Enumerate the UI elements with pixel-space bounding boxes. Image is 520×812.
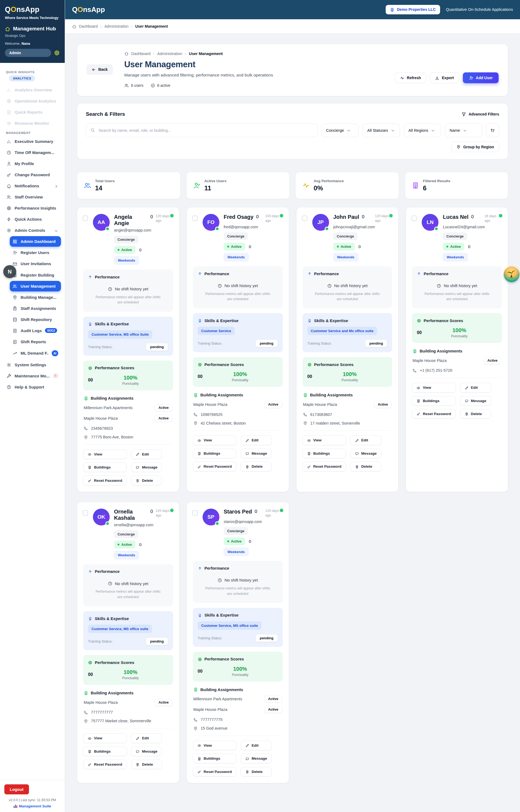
view-button[interactable]: View bbox=[83, 733, 127, 743]
view-button[interactable]: View bbox=[412, 383, 456, 392]
sidebar-item-time-off-managem[interactable]: Time Off Managem... bbox=[4, 147, 61, 158]
delete-button[interactable]: Delete bbox=[131, 760, 162, 769]
org-switcher-button[interactable]: Demo Properties LLC bbox=[386, 5, 440, 15]
island-sticker[interactable] bbox=[504, 267, 519, 282]
view-button[interactable]: View bbox=[193, 741, 236, 750]
edit-button[interactable]: Edit bbox=[241, 741, 271, 750]
select-user-checkbox[interactable] bbox=[192, 510, 198, 516]
sidebar-item-maintenance-mo[interactable]: Maintenance Mo...! bbox=[4, 371, 61, 381]
delete-button[interactable]: Delete bbox=[460, 409, 491, 419]
message-button[interactable]: Message bbox=[241, 754, 271, 763]
message-button[interactable]: Message bbox=[350, 449, 381, 458]
avatar-status-dot bbox=[215, 227, 219, 231]
reset-password-button[interactable]: Reset Password bbox=[83, 760, 127, 769]
select-user-checkbox[interactable] bbox=[83, 216, 88, 221]
sidebar-item-register-users[interactable]: Register Users bbox=[10, 247, 61, 258]
sort-direction-button[interactable] bbox=[486, 124, 499, 137]
management-suite-link[interactable]: Management Suite bbox=[4, 804, 60, 808]
buildings-button[interactable]: Buildings bbox=[412, 396, 456, 405]
building-assignments-section: Building AssignmentsMaple House PlazaAct… bbox=[303, 392, 392, 430]
buildings-button[interactable]: Buildings bbox=[303, 449, 346, 458]
breadcrumb-item-dashboard[interactable]: Dashboard bbox=[79, 24, 98, 28]
status-filter-select[interactable]: All Statuses bbox=[363, 124, 400, 137]
sidebar-item-system-settings[interactable]: System Settings bbox=[4, 360, 61, 370]
buildings-button[interactable]: Buildings bbox=[83, 747, 127, 756]
export-button[interactable]: Export bbox=[430, 72, 459, 83]
edit-button[interactable]: Edit bbox=[350, 436, 381, 445]
reset-password-button[interactable]: Reset Password bbox=[193, 767, 236, 777]
select-user-checkbox[interactable] bbox=[83, 510, 88, 516]
reset-password-button[interactable]: Reset Password bbox=[193, 462, 236, 471]
sort-field-select[interactable]: Name bbox=[445, 124, 483, 137]
building-icon bbox=[84, 690, 88, 695]
sidebar-item-ml-demand-f[interactable]: ML Demand F...AI bbox=[10, 348, 61, 359]
delete-button[interactable]: Delete bbox=[350, 462, 381, 471]
search-input[interactable] bbox=[86, 124, 318, 137]
breadcrumb-item-administration[interactable]: Administration bbox=[105, 24, 129, 28]
delete-button[interactable]: Delete bbox=[241, 767, 271, 777]
building-status-badge: Active bbox=[374, 401, 392, 408]
back-button[interactable]: Back bbox=[86, 64, 113, 75]
skills-title: Skills & Expertise bbox=[314, 318, 348, 323]
sidebar-item-building-manage[interactable]: Building Manage... bbox=[10, 292, 61, 302]
sidebar-item-register-building[interactable]: Register Building bbox=[10, 270, 61, 280]
buildings-button[interactable]: Buildings bbox=[193, 449, 236, 458]
reset-password-button[interactable]: Reset Password bbox=[412, 409, 456, 419]
breadcrumb-item-dashboard[interactable]: Dashboard bbox=[131, 51, 151, 56]
sidebar-item-user-management[interactable]: User Management bbox=[10, 281, 61, 292]
award-icon bbox=[88, 616, 93, 621]
message-button[interactable]: Message bbox=[131, 747, 162, 756]
floating-avatar-bubble[interactable]: N bbox=[3, 265, 16, 278]
sidebar-item-executive-summary[interactable]: Executive Summary bbox=[4, 136, 61, 147]
select-user-checkbox[interactable] bbox=[302, 216, 307, 221]
view-button[interactable]: View bbox=[193, 436, 236, 445]
sidebar-item-shift-reports[interactable]: Shift Reports bbox=[10, 337, 61, 347]
role-filter-select[interactable]: Concierge bbox=[321, 124, 359, 137]
message-button[interactable]: Message bbox=[241, 449, 271, 458]
sidebar-item-staff-overview[interactable]: Staff Overview bbox=[4, 192, 61, 202]
select-user-checkbox[interactable] bbox=[411, 216, 417, 221]
sidebar-item-audit-logs[interactable]: Audit LogsSOC2 bbox=[10, 325, 61, 336]
edit-button[interactable]: Edit bbox=[460, 383, 491, 392]
edit-button[interactable]: Edit bbox=[131, 449, 162, 459]
refresh-button[interactable]: Refresh bbox=[395, 72, 426, 83]
status-count: 0 bbox=[249, 539, 251, 544]
buildings-button[interactable]: Buildings bbox=[193, 754, 236, 763]
sidebar-item-admin-dashboard[interactable]: Admin Dashboard bbox=[10, 236, 61, 247]
scores-title: Performance Scores bbox=[95, 660, 134, 665]
sidebar-item-notifications[interactable]: Notifications bbox=[4, 180, 61, 191]
view-button[interactable]: View bbox=[303, 436, 346, 445]
view-button[interactable]: View bbox=[83, 449, 127, 459]
edit-button[interactable]: Edit bbox=[241, 436, 271, 445]
chart-icon bbox=[6, 139, 11, 144]
region-filter-select[interactable]: All Regions bbox=[404, 124, 441, 137]
message-button[interactable]: Message bbox=[460, 396, 491, 405]
sidebar-item-performance-insights[interactable]: Performance Insights bbox=[4, 203, 61, 213]
buildings-button[interactable]: Buildings bbox=[83, 463, 127, 472]
sidebar-item-change-password[interactable]: Change Password bbox=[4, 169, 61, 180]
edit-button[interactable]: Edit bbox=[131, 733, 162, 743]
doc-icon bbox=[12, 339, 17, 344]
sidebar-item-staff-assignments[interactable]: Staff Assignments bbox=[10, 303, 61, 314]
divider bbox=[84, 728, 173, 729]
sidebar-item-analytics-overview: Analytics Overview bbox=[4, 84, 61, 95]
sidebar-item-my-profile[interactable]: My Profile bbox=[4, 158, 61, 169]
sidebar-item-quick-actions[interactable]: Quick Actions bbox=[4, 214, 61, 224]
skills-title: Skills & Expertise bbox=[95, 322, 129, 326]
message-button[interactable]: Message bbox=[131, 463, 162, 472]
advanced-filters-button[interactable]: Advanced Filters bbox=[462, 112, 499, 117]
add-user-button[interactable]: Add User bbox=[463, 72, 499, 83]
logout-button[interactable]: Logout bbox=[4, 784, 29, 794]
sidebar-item-help-support[interactable]: Help & Support bbox=[4, 382, 61, 392]
sidebar-item-user-invitations[interactable]: User Invitations bbox=[10, 259, 61, 269]
sidebar-item-admin-controls[interactable]: Admin Controls bbox=[4, 225, 61, 236]
delete-button[interactable]: Delete bbox=[131, 475, 162, 485]
award-icon bbox=[198, 613, 202, 618]
reset-password-button[interactable]: Reset Password bbox=[303, 462, 346, 471]
select-user-checkbox[interactable] bbox=[192, 216, 198, 221]
group-by-region-button[interactable]: Group by Region bbox=[451, 142, 499, 152]
sidebar-item-shift-repository[interactable]: Shift Repository bbox=[10, 314, 61, 325]
delete-button[interactable]: Delete bbox=[241, 462, 271, 471]
breadcrumb-item-administration[interactable]: Administration bbox=[157, 51, 182, 56]
reset-password-button[interactable]: Reset Password bbox=[83, 475, 127, 485]
